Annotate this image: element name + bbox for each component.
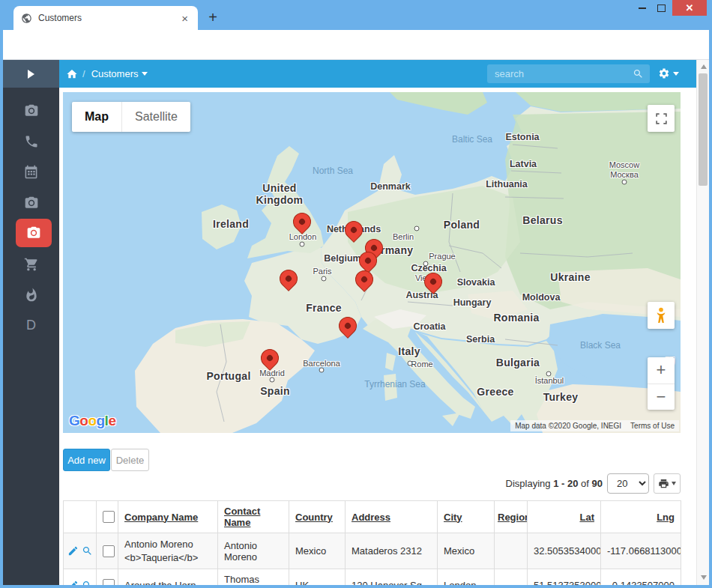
add-new-button[interactable]: Add new bbox=[63, 449, 110, 471]
map-marker-pin[interactable] bbox=[289, 209, 315, 234]
sidebar-item-hot[interactable] bbox=[3, 279, 59, 310]
row-checkbox[interactable] bbox=[103, 579, 115, 585]
header-region[interactable]: Region bbox=[495, 501, 528, 533]
map-fullscreen-button[interactable] bbox=[648, 105, 675, 132]
browser-titlebar: Customers × + ✕ bbox=[0, 0, 712, 30]
fullscreen-icon bbox=[655, 112, 668, 125]
cell-address: Mataderos 2312 bbox=[346, 533, 438, 569]
cell-city: London bbox=[438, 569, 495, 585]
attribution-text: Map data ©2020 Google, INEGI bbox=[515, 422, 621, 430]
print-button[interactable] bbox=[654, 473, 681, 494]
edit-pencil-icon[interactable] bbox=[67, 545, 79, 557]
camera-icon bbox=[24, 103, 39, 118]
cell-contact: Thomas Hardy bbox=[218, 569, 289, 585]
tab-close-icon[interactable]: × bbox=[179, 12, 190, 25]
cell-address: 120 Hanover Sq. bbox=[346, 569, 438, 585]
pegman-icon bbox=[654, 306, 669, 324]
customers-menu[interactable]: Customers bbox=[91, 68, 148, 79]
map-marker-pin[interactable] bbox=[420, 269, 446, 294]
sidebar-toggle-button[interactable] bbox=[3, 60, 59, 88]
map-markers bbox=[63, 92, 681, 433]
cell-company: Antonio Moreno <b>Taqueria</b> bbox=[118, 533, 218, 569]
header-city[interactable]: City bbox=[438, 501, 495, 533]
search-icon[interactable] bbox=[633, 68, 644, 79]
scrollbar-thumb[interactable] bbox=[699, 73, 708, 186]
cell-lng: -0.1433507000 bbox=[601, 569, 681, 585]
header-actions bbox=[64, 501, 97, 533]
map-marker-pin[interactable] bbox=[257, 345, 283, 371]
phone-icon bbox=[24, 134, 39, 149]
window-minimize-button[interactable] bbox=[633, 0, 651, 16]
window-frame bbox=[709, 30, 712, 588]
sidebar-item-calendar[interactable] bbox=[3, 157, 59, 187]
settings-gear-button[interactable] bbox=[658, 67, 679, 79]
map-type-map-button[interactable]: Map bbox=[72, 102, 122, 132]
select-all-checkbox[interactable] bbox=[103, 511, 115, 523]
chevron-down-icon bbox=[672, 482, 676, 485]
window-maximize-button[interactable] bbox=[652, 0, 670, 16]
terms-of-use-link[interactable]: Terms of Use bbox=[630, 422, 675, 430]
view-magnifier-icon[interactable] bbox=[82, 545, 93, 557]
sidebar-item-cart[interactable] bbox=[3, 249, 59, 279]
camera-icon bbox=[26, 225, 41, 240]
map-marker-pin[interactable] bbox=[335, 313, 360, 339]
delete-button[interactable]: Delete bbox=[111, 449, 149, 471]
map-marker-pin[interactable] bbox=[341, 217, 366, 243]
tab-title: Customers bbox=[38, 13, 179, 23]
cell-lng: -117.0668113000 bbox=[601, 533, 681, 569]
breadcrumb-separator: / bbox=[82, 68, 85, 79]
google-logo: Google bbox=[69, 413, 115, 429]
calendar-icon bbox=[24, 165, 38, 179]
map-zoom-control: + − bbox=[648, 357, 675, 410]
header-contact-name[interactable]: Contact Name bbox=[218, 501, 289, 533]
scroll-down-icon[interactable] bbox=[701, 575, 707, 580]
cell-country: UK bbox=[289, 569, 346, 585]
view-magnifier-icon[interactable] bbox=[82, 580, 93, 585]
sidebar-item-d[interactable]: D bbox=[3, 310, 59, 341]
map-marker-pin[interactable] bbox=[352, 267, 377, 292]
app-sidebar: D bbox=[3, 88, 59, 585]
street-view-pegman-button[interactable] bbox=[648, 302, 675, 329]
window-close-button[interactable]: ✕ bbox=[672, 0, 707, 16]
camera-icon bbox=[24, 196, 39, 210]
zoom-out-button[interactable]: − bbox=[648, 384, 675, 410]
header-lat[interactable]: Lat bbox=[528, 501, 601, 533]
table-row: Around the Horn Thomas Hardy UK 120 Hano… bbox=[64, 569, 681, 585]
sidebar-item-customers-active[interactable] bbox=[16, 219, 52, 247]
header-company-name[interactable]: Company Name bbox=[118, 501, 218, 533]
shopping-cart-icon bbox=[24, 257, 39, 272]
flame-icon bbox=[24, 288, 39, 303]
header-address[interactable]: Address bbox=[346, 501, 438, 533]
sidebar-item-camera-2[interactable] bbox=[3, 187, 59, 218]
cell-region bbox=[495, 533, 528, 569]
map-type-satellite-button[interactable]: Satellite bbox=[122, 102, 190, 132]
browser-addressbar: localhost:8086/customers_list?a=return&&… bbox=[3, 30, 709, 60]
header-lng[interactable]: Lng bbox=[601, 501, 681, 533]
scroll-up-icon[interactable] bbox=[701, 64, 707, 69]
cell-lat: 32.5053534000 bbox=[528, 533, 601, 569]
cell-lat: 51.5137353000 bbox=[528, 569, 601, 585]
sidebar-item-camera-1[interactable] bbox=[3, 95, 59, 126]
zoom-in-button[interactable]: + bbox=[648, 357, 675, 384]
map-marker-pin[interactable] bbox=[276, 266, 301, 291]
cell-city: Mexico bbox=[438, 533, 495, 569]
map-attribution: Map data ©2020 Google, INEGI Terms of Us… bbox=[510, 420, 679, 431]
new-tab-button[interactable]: + bbox=[204, 9, 222, 27]
page-size-select[interactable]: 20 bbox=[607, 473, 649, 494]
header-country[interactable]: Country bbox=[289, 501, 346, 533]
cell-contact: Antonio Moreno bbox=[218, 533, 289, 569]
google-map[interactable]: North SeaBaltic SeaBlack SeaTyrrhenian S… bbox=[63, 92, 681, 433]
page-scrollbar[interactable] bbox=[696, 60, 709, 585]
edit-pencil-icon[interactable] bbox=[67, 580, 79, 585]
gear-icon bbox=[658, 67, 670, 79]
row-checkbox[interactable] bbox=[103, 545, 115, 557]
home-icon[interactable] bbox=[66, 68, 78, 80]
tab-favicon-globe-icon bbox=[21, 13, 32, 24]
search-input[interactable] bbox=[487, 64, 650, 83]
printer-icon bbox=[658, 478, 669, 489]
table-header-row: Company Name Contact Name Country Addres… bbox=[64, 501, 681, 533]
browser-tab[interactable]: Customers × bbox=[13, 6, 198, 30]
cell-country: Mexico bbox=[289, 533, 346, 569]
cell-company: Around the Horn bbox=[118, 569, 218, 585]
sidebar-item-phone[interactable] bbox=[3, 126, 59, 157]
